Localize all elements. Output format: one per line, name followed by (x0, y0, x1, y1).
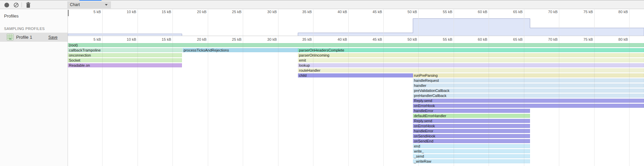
save-profile-link[interactable]: Save (48, 35, 58, 40)
gridline (629, 36, 630, 43)
ruler-tick-label: 50 kB (408, 10, 418, 14)
flame-bar[interactable]: defaultErrorHandler (413, 114, 530, 118)
gridline (489, 43, 489, 166)
ruler-tick-label: 30 kB (267, 10, 278, 14)
ruler-tick-label: 25 kB (232, 37, 243, 41)
ruler-tick-label: 45 kB (373, 37, 383, 41)
gridline (313, 36, 313, 43)
gridline (454, 9, 454, 36)
ruler-tick-label: 15 kB (162, 10, 173, 14)
ruler-tick-label: 80 kB (618, 37, 629, 41)
gridline (629, 9, 630, 36)
gridline (102, 43, 103, 166)
ruler-tick-label: 40 kB (338, 10, 348, 14)
gridline (524, 36, 524, 43)
flame-bar[interactable]: _writeRaw (413, 159, 530, 163)
flame-bar[interactable]: preValidationCallback (413, 89, 644, 93)
ruler-tick-label: 10 kB (127, 10, 138, 14)
ruler-tick-label: 60 kB (478, 37, 489, 41)
record-icon[interactable] (4, 2, 9, 8)
flame-bar[interactable]: write_ (413, 149, 530, 153)
ruler-tick-label: 60 kB (478, 10, 489, 14)
ruler-tick-label: 75 kB (583, 10, 594, 14)
flame-bar[interactable]: Readable.on (68, 63, 182, 67)
flame-bar[interactable]: lookup (298, 63, 644, 67)
flame-bar[interactable]: callbackTrampoline (68, 48, 182, 52)
ruler-tick-label: 10 kB (127, 37, 138, 41)
profile-list-item[interactable]: % Profile 1 Save (0, 33, 68, 42)
flame-bar[interactable]: onconnection (68, 53, 182, 57)
gridline (383, 36, 384, 43)
gridline (313, 9, 313, 36)
gridline (278, 36, 278, 43)
flame-bar[interactable]: runPreParsing (413, 73, 644, 77)
flame-bar[interactable]: parserOnIncoming (298, 53, 644, 57)
clear-icon[interactable] (13, 2, 19, 8)
flame-bar[interactable]: preHandlerCallback (413, 94, 644, 98)
profile-name: Profile 1 (16, 35, 32, 40)
gridline (313, 43, 313, 166)
flame-bar[interactable]: emit (298, 58, 644, 62)
gridline (208, 9, 208, 36)
flame-bar[interactable]: Reply.send (413, 119, 530, 123)
gridline (559, 9, 559, 36)
ruler-tick-label: 15 kB (162, 37, 173, 41)
toolbar-separator (22, 2, 22, 7)
ruler-tick-label: 20 kB (197, 10, 208, 14)
sidebar-title: Profiles (0, 9, 68, 19)
flame-bar[interactable]: handler (413, 84, 644, 88)
flame-bar[interactable]: onSendHook (413, 134, 530, 138)
gridline (489, 9, 489, 36)
gridline (138, 43, 138, 166)
gridline (243, 9, 243, 36)
flame-bar[interactable]: (root) (68, 43, 644, 47)
gridline (208, 43, 208, 166)
ruler-tick-label: 55 kB (443, 10, 454, 14)
gridline (559, 36, 559, 43)
flame-bar[interactable]: Reply.send (413, 99, 644, 103)
toolbar: Chart (0, 0, 644, 9)
trash-icon[interactable] (26, 2, 31, 8)
flame-bar[interactable]: handleRequest (413, 78, 644, 82)
overview-selection-handle[interactable] (68, 10, 69, 16)
flame-bar[interactable]: _send (413, 154, 530, 158)
overview-bottom-border (68, 36, 644, 36)
flame-bar[interactable]: parserOnHeadersComplete (298, 48, 644, 52)
flame-bar[interactable]: onSendEnd (413, 139, 530, 143)
flame-bar[interactable]: child (298, 73, 413, 77)
view-mode-dropdown[interactable]: Chart (67, 1, 111, 8)
ruler-tick-label: 5 kB (93, 37, 102, 41)
sampling-profiles-section-label: SAMPLING PROFILES (0, 19, 68, 33)
flame-bar[interactable]: handleError (413, 109, 530, 113)
flame-bar[interactable]: end (413, 144, 530, 148)
ruler-tick-label: 70 kB (548, 10, 559, 14)
ruler-tick-label: 75 kB (583, 37, 594, 41)
ruler-tick-label: 80 kB (618, 10, 629, 14)
memory-overview-area[interactable] (68, 13, 644, 36)
flame-bar[interactable]: onErrorHook (413, 124, 530, 128)
gridline (383, 9, 384, 36)
ruler-tick-label: 5 kB (93, 10, 102, 14)
flame-bar[interactable]: routeHandler (298, 68, 644, 72)
ruler-tick-label: 20 kB (197, 37, 208, 41)
ruler-tick-label: 65 kB (513, 10, 524, 14)
gridline (418, 36, 419, 43)
gridline (208, 36, 208, 43)
gridline (243, 36, 243, 43)
gridline (454, 36, 454, 43)
gridline (418, 43, 419, 166)
gridline (173, 36, 173, 43)
flame-bar[interactable]: processTicksAndRejections (183, 48, 298, 52)
gridline (138, 9, 138, 36)
flame-bar[interactable]: onErrorHook (413, 104, 644, 108)
gridline (489, 36, 489, 43)
gridline (524, 9, 524, 36)
gridline (102, 36, 103, 43)
gridline (383, 43, 384, 166)
gridline (418, 9, 419, 36)
flame-bar[interactable]: Socket (68, 58, 182, 62)
ruler-tick-label: 25 kB (232, 10, 243, 14)
ruler-tick-label: 30 kB (267, 37, 278, 41)
gridline (629, 43, 630, 166)
flame-bar[interactable]: handleError (413, 129, 530, 133)
